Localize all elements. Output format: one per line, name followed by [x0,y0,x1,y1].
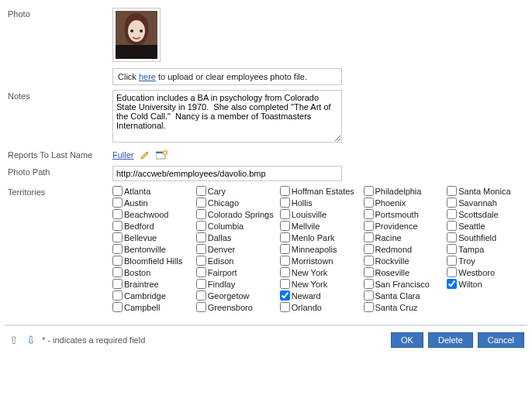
territory-item[interactable]: Westboro [447,267,524,277]
territory-checkbox[interactable] [447,209,457,219]
territory-checkbox[interactable] [196,232,206,242]
ok-button[interactable]: OK [391,332,423,348]
territory-checkbox[interactable] [447,221,457,231]
territory-item[interactable]: Colorado Springs [196,209,274,219]
territory-checkbox[interactable] [280,209,290,219]
territory-checkbox[interactable] [112,232,123,242]
territory-item[interactable]: Hoffman Estates [280,186,358,196]
territory-item[interactable]: Troy [447,256,524,266]
territory-item[interactable]: Fairport [196,267,274,277]
territory-checkbox[interactable] [447,186,457,196]
territory-checkbox[interactable] [196,198,206,208]
territory-checkbox[interactable] [447,232,457,242]
territory-item[interactable]: Savannah [447,198,524,208]
territory-item[interactable]: Bloomfield Hills [112,256,190,266]
territory-item[interactable]: Rockville [364,256,441,266]
territory-checkbox[interactable] [196,267,206,277]
territory-checkbox[interactable] [364,256,374,266]
territory-item[interactable]: Georgetow [196,290,274,301]
territory-item[interactable]: Bentonville [112,244,190,254]
territory-item[interactable]: Edison [196,256,274,266]
territory-checkbox[interactable] [112,290,123,301]
photo-thumbnail[interactable] [112,8,161,62]
new-item-icon[interactable] [156,149,168,161]
territory-item[interactable]: Atlanta [112,186,190,196]
territory-item[interactable]: Santa Cruz [364,302,441,312]
territory-checkbox[interactable] [280,186,290,196]
territory-checkbox[interactable] [364,279,374,289]
territory-item[interactable]: Racine [364,232,441,242]
territory-checkbox[interactable] [280,244,290,254]
territory-checkbox[interactable] [364,209,374,219]
photo-path-input[interactable] [112,166,342,181]
territory-checkbox[interactable] [447,198,457,208]
territory-checkbox[interactable] [196,302,206,312]
territory-item[interactable]: Portsmouth [364,209,441,219]
territory-item[interactable]: Scottsdale [447,209,524,219]
territory-checkbox[interactable] [280,198,290,208]
territory-checkbox[interactable] [280,267,290,277]
territory-item[interactable]: Columbia [196,221,274,231]
territory-checkbox[interactable] [112,221,123,231]
territory-checkbox[interactable] [364,221,374,231]
territory-item[interactable]: Santa Clara [364,290,441,301]
territory-checkbox[interactable] [112,302,123,312]
territory-checkbox[interactable] [364,290,374,301]
territory-item[interactable]: Cambridge [112,290,190,301]
pencil-icon[interactable] [139,149,151,161]
territory-item[interactable]: San Francisco [364,279,441,289]
territory-item[interactable]: Menlo Park [280,232,358,242]
territory-item[interactable]: Philadelphia [364,186,441,196]
territory-checkbox[interactable] [280,302,290,312]
territory-item[interactable]: Findlay [196,279,274,289]
territory-checkbox[interactable] [196,290,206,301]
delete-button[interactable]: Delete [428,332,473,348]
territory-checkbox[interactable] [280,221,290,231]
territory-checkbox[interactable] [364,232,374,242]
territory-checkbox[interactable] [280,279,290,289]
territory-item[interactable]: Dallas [196,232,274,242]
territory-item[interactable]: Seattle [447,221,524,231]
territory-checkbox[interactable] [280,232,290,242]
territory-checkbox[interactable] [112,186,123,196]
upload-link[interactable]: here [139,72,156,81]
territory-item[interactable]: Campbell [112,302,190,312]
territory-checkbox[interactable] [196,279,206,289]
territory-item[interactable]: Southfield [447,232,524,242]
territory-item[interactable]: Tampa [447,244,524,254]
territory-checkbox[interactable] [112,279,123,289]
territory-item[interactable]: Santa Monica [447,186,524,196]
territory-item[interactable]: Boston [112,267,190,277]
territory-item[interactable]: Morristown [280,256,358,266]
cancel-button[interactable]: Cancel [478,332,524,348]
territory-item[interactable]: Redmond [364,244,441,254]
territory-item[interactable]: Roseville [364,267,441,277]
territory-item[interactable]: Chicago [196,198,274,208]
territory-item[interactable]: Greensboro [196,302,274,312]
territory-item[interactable]: Neward [280,290,358,301]
territory-item[interactable]: Braintree [112,279,190,289]
territory-checkbox[interactable] [280,290,290,301]
territory-item[interactable]: Bellevue [112,232,190,242]
territory-item[interactable]: Austin [112,198,190,208]
territory-checkbox[interactable] [447,267,457,277]
territory-checkbox[interactable] [112,267,123,277]
territory-checkbox[interactable] [447,256,457,266]
territory-item[interactable]: Louisville [280,209,358,219]
territory-checkbox[interactable] [447,244,457,254]
territory-checkbox[interactable] [364,244,374,254]
territory-checkbox[interactable] [364,198,374,208]
territory-item[interactable]: Bedford [112,221,190,231]
territory-checkbox[interactable] [280,256,290,266]
territory-item[interactable]: Providence [364,221,441,231]
territory-checkbox[interactable] [364,267,374,277]
territory-item[interactable]: Minneapolis [280,244,358,254]
territory-checkbox[interactable] [364,302,374,312]
territory-checkbox[interactable] [196,244,206,254]
territory-checkbox[interactable] [112,198,123,208]
notes-textarea[interactable] [112,90,342,143]
territory-item[interactable]: Orlando [280,302,358,312]
arrow-down-icon[interactable]: ⇩ [25,334,37,346]
territory-item[interactable]: Beachwood [112,209,190,219]
territory-item[interactable]: Mellvile [280,221,358,231]
